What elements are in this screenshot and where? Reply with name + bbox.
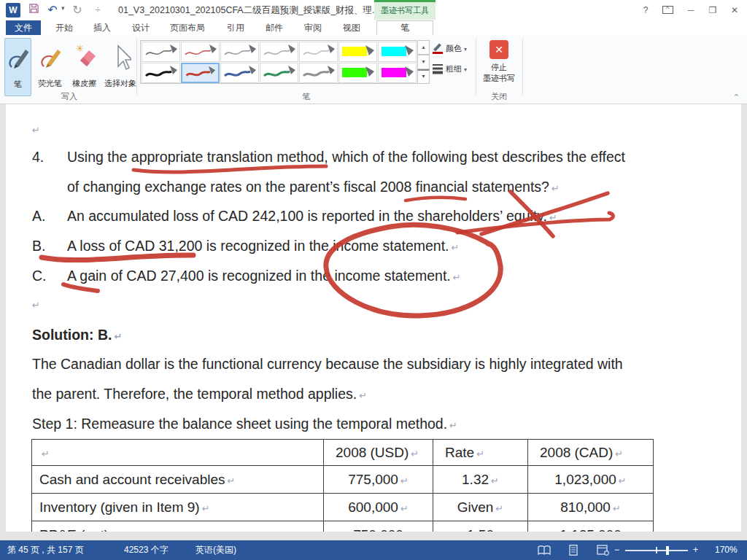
tab-view[interactable]: 视图 <box>343 20 360 35</box>
pen-style-gallery <box>140 40 417 84</box>
zoom-level[interactable]: 170% <box>715 540 738 560</box>
solution-heading: Solution: B.↵ <box>32 327 122 343</box>
undo-dropdown-icon[interactable]: ▾ <box>61 4 65 12</box>
highlighter-tool-button[interactable]: 荧光笔 <box>34 38 66 96</box>
step1-line: Step 1: Remeasure the balance sheet usin… <box>32 416 457 432</box>
tab-mailings[interactable]: 邮件 <box>266 20 283 35</box>
word-count[interactable]: 42523 个字 <box>124 540 169 560</box>
document-area: ↵ 4. Using the appropriate translation m… <box>0 104 747 540</box>
zoom-in-button[interactable]: + <box>693 540 698 560</box>
restore-icon[interactable]: ❐ <box>705 3 721 18</box>
collapse-ribbon-icon[interactable]: ⌃ <box>733 93 740 102</box>
web-layout-icon[interactable] <box>596 545 609 556</box>
highlighter-tool-label: 荧光笔 <box>34 78 66 89</box>
pen-swatch-red-thick-selected[interactable] <box>181 63 220 83</box>
color-dropdown-icon: ▾ <box>464 46 467 52</box>
pen-swatch-gray3-thin[interactable] <box>260 42 298 62</box>
explanation-line-1: The Canadian dollar is the functional cu… <box>32 356 623 373</box>
tab-layout[interactable]: 页面布局 <box>170 20 205 35</box>
paragraph-mark: ↵ <box>32 125 40 136</box>
highlighter-icon <box>34 42 66 77</box>
pen-tool-button[interactable]: 笔 <box>4 38 31 96</box>
ink-color-button[interactable]: 颜色 ▾ <box>432 42 474 60</box>
option-b-text: A loss of CAD 31,200 is recognized in th… <box>67 238 459 254</box>
minimize-icon[interactable]: ─ <box>683 3 699 18</box>
option-b-letter: B. <box>32 238 67 254</box>
tab-file[interactable]: 文件 <box>6 20 41 35</box>
ink-thickness-icon <box>432 63 444 76</box>
question-line-2: of changing exchange rates on the parent… <box>67 179 560 195</box>
pen-swatch-gray4-thin[interactable] <box>299 42 338 62</box>
option-c-text: A gain of CAD 27,400 is recognized in th… <box>67 268 461 284</box>
pen-swatch-gray-thick[interactable] <box>299 63 338 83</box>
table-row: Cash and account receivables↵ 775,000↵ 1… <box>32 466 654 494</box>
zoom-slider-thumb[interactable] <box>666 546 669 555</box>
tab-references[interactable]: 引用 <box>227 20 244 35</box>
write-group-label: 写入 <box>15 91 124 102</box>
option-c-letter: C. <box>32 268 67 284</box>
close-icon[interactable]: ✕ <box>727 3 743 18</box>
gallery-scroll-up[interactable]: ▴ <box>417 40 430 55</box>
pen-swatch-gray2-thin[interactable] <box>220 42 259 62</box>
tab-review[interactable]: 审阅 <box>304 20 322 35</box>
table-row: Inventory (given in Item 9)↵ 600,000↵ Gi… <box>32 494 654 521</box>
pen-swatch-gray-thin[interactable] <box>142 42 180 62</box>
document-page[interactable]: ↵ 4. Using the appropriate translation m… <box>6 104 741 532</box>
language-indicator[interactable]: 英语(美国) <box>196 540 236 560</box>
select-objects-button[interactable]: 选择对象 <box>102 38 139 96</box>
title-bar: W ↶ ▾ ↻ ÷ 01_V3_20210301_202105CFA二级百题预测… <box>0 0 747 20</box>
pen-swatch-green-thick[interactable] <box>260 63 298 83</box>
pen-swatch-blue-thick[interactable] <box>220 63 259 83</box>
ribbon-display-options-icon[interactable] <box>662 6 673 14</box>
highlighter-swatch-green[interactable] <box>338 63 377 83</box>
qat-customize-icon[interactable]: ÷ <box>92 0 104 20</box>
cursor-arrow-icon <box>102 42 139 77</box>
highlighter-swatch-cyan[interactable] <box>378 42 417 62</box>
print-layout-icon[interactable] <box>567 545 580 556</box>
zoom-out-button[interactable]: − <box>614 540 619 560</box>
stop-inking-label-1: 停止 <box>479 62 519 73</box>
stop-inking-button[interactable]: ✕ 停止 墨迹书写 <box>479 39 519 96</box>
tab-design[interactable]: 设计 <box>132 20 150 35</box>
redo-icon[interactable]: ↻ <box>70 0 85 20</box>
tab-pen-active[interactable]: 笔 <box>376 20 433 35</box>
eraser-tool-button[interactable]: ✳ 橡皮擦 <box>68 38 101 96</box>
tab-insert[interactable]: 插入 <box>93 20 111 35</box>
pen-swatch-black-thick[interactable] <box>142 63 180 83</box>
tab-home[interactable]: 开始 <box>55 20 73 35</box>
highlighter-swatch-magenta[interactable] <box>378 63 417 83</box>
help-icon[interactable]: ? <box>638 3 654 18</box>
gallery-scroll-down[interactable]: ▾ <box>417 55 430 69</box>
word-app-icon[interactable]: W <box>6 3 20 18</box>
stop-inking-label-2: 墨迹书写 <box>479 73 519 84</box>
contextual-tab-header: 墨迹书写工具 <box>374 0 436 20</box>
paragraph-mark: ↵ <box>32 300 40 311</box>
ink-thickness-button[interactable]: 粗细 ▾ <box>432 63 474 80</box>
pen-swatch-red-thin[interactable] <box>181 42 220 62</box>
save-icon[interactable] <box>26 0 41 20</box>
stop-inking-icon: ✕ <box>489 40 508 59</box>
page-info[interactable]: 第 45 页 , 共 157 页 <box>7 540 84 560</box>
pen-tool-label: 笔 <box>5 79 31 90</box>
eraser-tool-label: 橡皮擦 <box>68 78 101 89</box>
gallery-more-button[interactable]: ▾ <box>417 69 430 84</box>
question-number: 4. <box>32 149 67 166</box>
close-group-label: 关闭 <box>476 91 522 102</box>
thickness-dropdown-icon: ▾ <box>464 66 467 73</box>
read-mode-icon[interactable] <box>538 545 551 556</box>
ink-thickness-label: 粗细 <box>446 64 462 73</box>
pen-icon <box>5 42 31 77</box>
table-header-row: ↵ 2008 (USD)↵ Rate↵ 2008 (CAD)↵ <box>32 440 654 466</box>
status-bar: 第 45 页 , 共 157 页 42523 个字 英语(美国) − + 170… <box>0 540 747 560</box>
balance-sheet-table: ↵ 2008 (USD)↵ Rate↵ 2008 (CAD)↵ Cash and… <box>31 439 654 532</box>
eraser-icon: ✳ <box>68 42 101 77</box>
option-a-text: An accumulated loss of CAD 242,100 is re… <box>67 208 557 225</box>
explanation-line-2: the parent. Therefore, the temporal meth… <box>32 386 367 402</box>
select-objects-label: 选择对象 <box>102 78 139 89</box>
question-line-1: Using the appropriate translation method… <box>67 149 625 166</box>
pens-group-label: 笔 <box>248 91 365 102</box>
ribbon: 笔 荧光笔 ✳ 橡皮擦 选择对象 写入 <box>0 35 747 104</box>
table-row-partial: PP&E (net) 750,000 1.50 1,125,000 <box>32 521 654 532</box>
undo-icon[interactable]: ↶ <box>45 0 60 20</box>
highlighter-swatch-yellow[interactable] <box>338 42 377 62</box>
